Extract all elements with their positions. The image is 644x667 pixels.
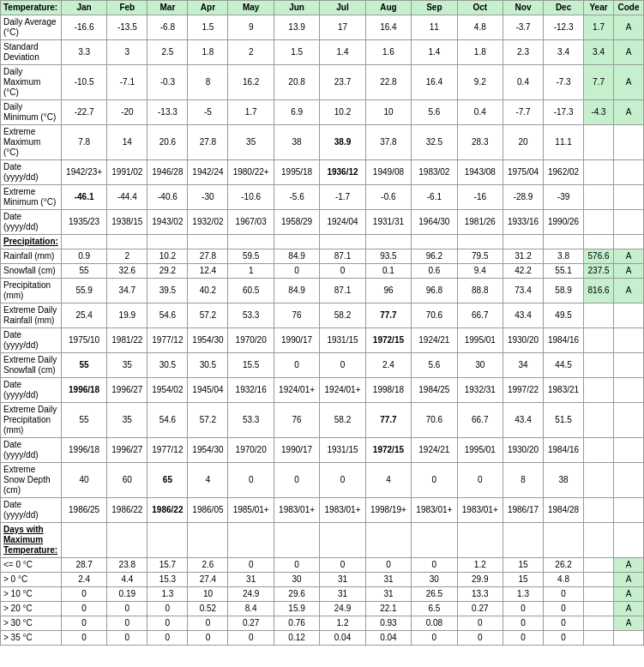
data-cell: A: [614, 100, 644, 125]
data-cell: 42.2: [503, 264, 544, 279]
data-cell: -0.6: [365, 185, 411, 210]
data-cell: A: [614, 602, 644, 616]
data-cell: 88.8: [457, 279, 503, 303]
table-row: Extreme Minimum (°C)-46.1-44.4-40.6-30-1…: [1, 185, 644, 210]
data-cell: 1924/21: [412, 328, 457, 353]
data-cell: 0: [544, 631, 584, 646]
table-row: Daily Maximum (°C)-10.5-7.1-0.3816.220.8…: [1, 65, 644, 100]
data-cell: 44.5: [544, 353, 584, 378]
data-cell: 1997/22: [503, 378, 544, 403]
row-label: Rainfall (mm): [1, 249, 62, 264]
data-cell: 43.4: [503, 303, 544, 328]
row-label: Date (yyyy/dd): [1, 498, 62, 523]
data-cell: A: [614, 573, 644, 587]
data-cell: 0.19: [107, 587, 147, 602]
data-cell: 38: [544, 463, 584, 498]
data-cell: 1.6: [365, 40, 411, 65]
data-cell: -5: [188, 100, 228, 125]
row-label: Precipitation:: [1, 235, 62, 249]
data-cell: -13.3: [147, 100, 188, 125]
data-cell: [614, 235, 644, 249]
data-cell: 1942/23+: [61, 160, 106, 185]
data-cell: 0: [228, 631, 274, 646]
table-row: Extreme Maximum (°C)7.81420.627.8353838.…: [1, 125, 644, 160]
data-cell: 0: [274, 558, 319, 573]
data-cell: 2.4: [365, 353, 411, 378]
col-code: Code: [614, 1, 644, 15]
data-cell: 0.12: [274, 631, 319, 646]
data-cell: 1983/01+: [457, 498, 503, 523]
data-cell: [584, 235, 614, 249]
data-cell: 7.8: [61, 125, 106, 160]
data-cell: 1933/16: [503, 210, 544, 235]
data-cell: -13.5: [107, 15, 147, 40]
table-row: Daily Average (°C)-16.6-13.5-6.81.5913.9…: [1, 15, 644, 40]
data-cell: 1998/19+: [365, 498, 411, 523]
data-cell: 1983/01+: [320, 498, 365, 523]
data-cell: 39.5: [147, 279, 188, 303]
data-cell: [584, 125, 614, 160]
col-mar: Mar: [147, 1, 188, 15]
data-cell: 20: [503, 125, 544, 160]
data-cell: 1932/16: [228, 378, 274, 403]
data-cell: 55: [61, 264, 106, 279]
data-cell: 51.5: [544, 403, 584, 438]
data-cell: 24.9: [320, 602, 365, 616]
data-cell: 1981/26: [457, 210, 503, 235]
data-cell: A: [614, 15, 644, 40]
data-cell: 1980/22+: [228, 160, 274, 185]
col-jan: Jan: [61, 1, 106, 15]
table-row: > 0 °C2.44.415.327.4313031313029.9154.8A: [1, 573, 644, 587]
data-cell: [584, 602, 614, 616]
data-cell: 0: [544, 587, 584, 602]
row-label: Extreme Snow Depth (cm): [1, 463, 62, 498]
data-cell: 3.8: [544, 249, 584, 264]
data-cell: 55.1: [544, 264, 584, 279]
data-cell: [584, 523, 614, 558]
col-jul: Jul: [320, 1, 365, 15]
data-cell: 6.5: [412, 602, 457, 616]
data-cell: 20.6: [147, 125, 188, 160]
data-cell: -46.1: [61, 185, 106, 210]
data-cell: 16.2: [228, 65, 274, 100]
data-cell: [320, 523, 365, 558]
data-cell: 1985/01+: [228, 498, 274, 523]
data-cell: 15.5: [228, 353, 274, 378]
data-cell: 0: [147, 602, 188, 616]
row-label: > 20 °C: [1, 602, 62, 616]
data-cell: 2: [107, 249, 147, 264]
data-cell: 1.8: [188, 40, 228, 65]
data-cell: 0: [61, 616, 106, 631]
col-year: Year: [584, 1, 614, 15]
data-cell: 1943/08: [457, 160, 503, 185]
data-cell: [61, 235, 106, 249]
data-cell: 1984/16: [544, 438, 584, 463]
data-cell: 1991/02: [107, 160, 147, 185]
data-cell: 1.4: [412, 40, 457, 65]
data-cell: 17: [320, 15, 365, 40]
data-cell: [614, 463, 644, 498]
data-cell: 1.7: [584, 15, 614, 40]
data-cell: [457, 235, 503, 249]
data-cell: [614, 523, 644, 558]
table-row: Date (yyyy/dd)1975/101981/221977/121954/…: [1, 328, 644, 353]
data-cell: 1977/12: [147, 328, 188, 353]
data-cell: [614, 185, 644, 210]
data-cell: -7.1: [107, 65, 147, 100]
data-cell: 60.5: [228, 279, 274, 303]
data-cell: -6.1: [412, 185, 457, 210]
data-cell: 1984/25: [412, 378, 457, 403]
data-cell: 37.8: [365, 125, 411, 160]
data-cell: 1.5: [274, 40, 319, 65]
data-cell: 2: [228, 40, 274, 65]
table-row: Extreme Daily Rainfall (mm)25.419.954.65…: [1, 303, 644, 328]
row-label: <= 0 °C: [1, 558, 62, 573]
data-cell: 1932/31: [457, 378, 503, 403]
data-cell: [457, 523, 503, 558]
data-cell: [503, 523, 544, 558]
data-cell: 0.93: [365, 616, 411, 631]
data-cell: 4.8: [544, 573, 584, 587]
data-cell: 31: [320, 573, 365, 587]
data-cell: 1931/31: [365, 210, 411, 235]
data-cell: 0.76: [274, 616, 319, 631]
